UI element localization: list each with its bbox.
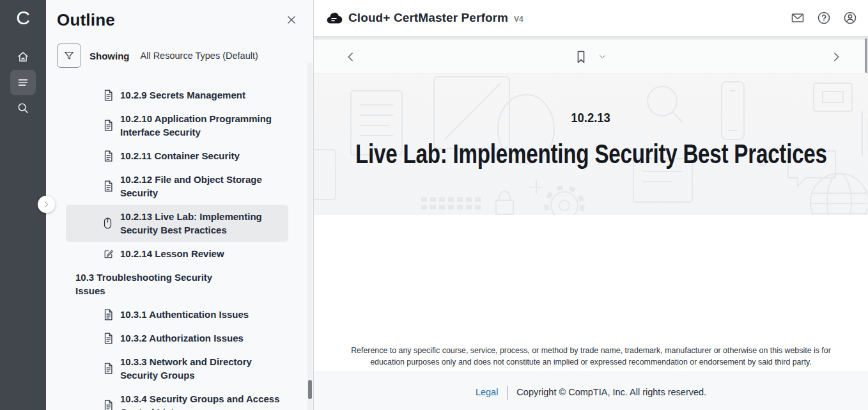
outline-item-label: 10.2.10 Application Programming Interfac… [120, 112, 282, 139]
edit-icon [103, 248, 114, 260]
legal-link[interactable]: Legal [476, 387, 498, 397]
filter-button[interactable] [57, 43, 81, 68]
help-button[interactable] [816, 10, 832, 26]
chevron-right-icon [830, 51, 842, 63]
close-outline-button[interactable] [285, 13, 298, 26]
mouse-icon [103, 217, 114, 230]
chevron-down-icon [598, 52, 607, 61]
outline-menu-button[interactable] [10, 70, 36, 95]
outline-item-label: 10.3.4 Security Groups and Access Contro… [120, 392, 282, 410]
outline-item-label: 10.3.3 Network and Directory Security Gr… [120, 355, 282, 382]
outline-item[interactable]: 10.2.12 File and Object Storage Security [66, 168, 288, 205]
outline-item[interactable]: 10.2.10 Application Programming Interfac… [66, 107, 288, 144]
outline-item-label: 10.2.11 Container Security [120, 149, 240, 162]
mail-button[interactable] [790, 10, 805, 26]
document-icon [103, 89, 114, 102]
chevron-right-icon [42, 200, 50, 209]
outline-item-label: 10.2.14 Lesson Review [120, 247, 224, 260]
filter-value[interactable]: All Resource Types (Default) [141, 51, 258, 61]
outline-list: 10.2.9 Secrets Management10.2.10 Applica… [46, 83, 313, 410]
outline-item[interactable]: 10.2.9 Secrets Management [66, 83, 288, 107]
collapse-outline-button[interactable] [38, 196, 55, 213]
footer-divider [507, 386, 508, 400]
document-icon [103, 399, 114, 410]
document-icon [103, 332, 114, 345]
search-icon [16, 101, 30, 115]
bookmark-button[interactable] [575, 49, 587, 65]
outline-scrollbar[interactable] [307, 63, 313, 410]
bookmark-menu-button[interactable] [598, 52, 607, 61]
outline-panel: Outline Showing All Resource Types (Defa… [46, 0, 314, 410]
outline-item-label: 10.3.2 Authorization Issues [120, 331, 244, 345]
outline-item[interactable]: 10.2.11 Container Security [66, 144, 288, 168]
outline-scrollbar-thumb[interactable] [308, 380, 312, 399]
outline-item-label: 10.2.9 Secrets Management [120, 88, 245, 102]
outline-item-label: 10.3.1 Authentication Issues [120, 308, 249, 321]
document-icon [103, 362, 114, 375]
lesson-title: Live Lab: Implementing Security Best Pra… [355, 139, 827, 170]
outline-item[interactable]: 10.3.4 Security Groups and Access Contro… [66, 387, 288, 410]
mail-icon [790, 10, 805, 26]
trademark-disclaimer: Reference to any specific course, servic… [341, 345, 841, 368]
outline-item-label: 10.2.13 Live Lab: Implementing Security … [120, 210, 282, 237]
previous-page-button[interactable] [345, 51, 357, 63]
cloud-icon [325, 10, 343, 27]
document-icon [103, 180, 114, 193]
outline-item[interactable]: 10.3.3 Network and Directory Security Gr… [66, 350, 288, 387]
help-icon [816, 10, 832, 26]
outline-item[interactable]: 10.2.14 Lesson Review [66, 242, 288, 265]
home-button[interactable] [10, 44, 36, 70]
search-button[interactable] [10, 95, 36, 121]
lesson-hero: 10.2.13 Live Lab: Implementing Security … [314, 74, 868, 215]
chevron-left-icon [345, 51, 357, 63]
comptia-logo: C [16, 8, 30, 28]
outline-item-label: 10.3 Troubleshooting Security Issues [75, 271, 244, 297]
lesson-toolbar [314, 40, 868, 74]
outline-item-label: 10.2.12 File and Object Storage Security [120, 173, 282, 200]
profile-button[interactable] [842, 10, 858, 26]
filter-funnel-icon [63, 49, 75, 62]
close-icon [285, 13, 298, 26]
product-title: Cloud+ CertMaster Perform [348, 11, 508, 25]
app-root: C Outline [0, 0, 868, 410]
next-page-button[interactable] [830, 51, 842, 63]
outline-section-header[interactable]: 10.3 Troubleshooting Security Issues [66, 265, 288, 303]
bookmark-icon [575, 49, 587, 65]
outline-title: Outline [57, 10, 115, 30]
document-icon [103, 308, 114, 321]
document-icon [103, 150, 114, 162]
lesson-number: 10.2.13 [571, 110, 611, 125]
outline-item[interactable]: 10.2.13 Live Lab: Implementing Security … [66, 205, 288, 242]
outline-item[interactable]: 10.3.1 Authentication Issues [66, 303, 288, 326]
outline-item[interactable]: 10.3.2 Authorization Issues [66, 326, 288, 350]
page-footer: Legal Copyright © CompTIA, Inc. All righ… [314, 372, 868, 410]
document-icon [103, 119, 114, 132]
profile-icon [842, 10, 858, 26]
home-icon [16, 50, 30, 64]
filter-label: Showing [89, 51, 130, 61]
copyright-text: Copyright © CompTIA, Inc. All rights res… [516, 387, 706, 397]
outline-icon [16, 75, 30, 90]
content-scrollbar-thumb[interactable] [865, 38, 867, 73]
main-area: Cloud+ CertMaster Perform V4 [314, 0, 868, 410]
product-version: V4 [514, 15, 523, 24]
app-header: Cloud+ CertMaster Perform V4 [314, 0, 868, 36]
filter-row: Showing All Resource Types (Default) [57, 43, 313, 68]
